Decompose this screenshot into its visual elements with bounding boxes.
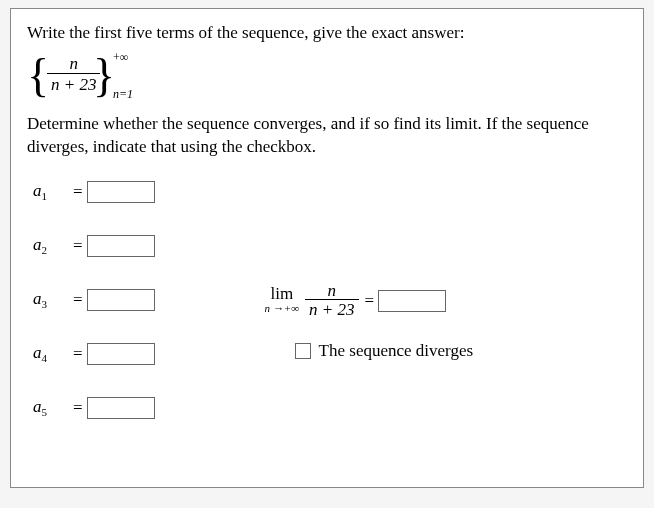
term-label-a4: a4 [33,343,71,364]
diverge-checkbox[interactable] [295,343,311,359]
limit-operator: lim n →+∞ [265,287,300,315]
equals-sign: = [73,290,83,310]
terms-column: a1 = a2 = a3 = a4 = a5 = [33,179,155,421]
term-label-a3: a3 [33,289,71,310]
equals-sign: = [365,291,375,311]
a2-input[interactable] [87,235,155,257]
a1-input[interactable] [87,181,155,203]
limit-row: lim n →+∞ n n + 23 = [265,283,474,319]
brace-right: } [93,53,115,99]
a4-input[interactable] [87,343,155,365]
term-label-a2: a2 [33,235,71,256]
diverge-row: The sequence diverges [295,341,474,361]
limit-input[interactable] [378,290,446,312]
lim-subscript: n →+∞ [265,301,300,315]
problem-container: Write the first five terms of the sequen… [10,8,644,488]
limit-fraction: n n + 23 [305,283,358,319]
equals-sign: = [73,182,83,202]
term-row: a3 = [33,287,155,313]
term-label-a5: a5 [33,397,71,418]
equals-sign: = [73,236,83,256]
sequence-definition: { n n + 23 } +∞ n=1 [27,49,627,105]
diverge-label: The sequence diverges [319,341,474,361]
term-row: a4 = [33,341,155,367]
prompt-text: Write the first five terms of the sequen… [27,23,627,43]
term-row: a5 = [33,395,155,421]
term-row: a2 = [33,233,155,259]
equals-sign: = [73,344,83,364]
sequence-upper-bound: +∞ [113,50,128,65]
limit-frac-den: n + 23 [305,299,358,319]
term-row: a1 = [33,179,155,205]
term-label-a1: a1 [33,181,71,202]
a5-input[interactable] [87,397,155,419]
limit-column: lim n →+∞ n n + 23 = The sequence diverg… [265,283,474,361]
a3-input[interactable] [87,289,155,311]
brace-left: { [27,53,49,99]
sequence-lower-bound: n=1 [113,87,133,102]
equals-sign: = [73,398,83,418]
lim-text: lim [271,287,294,301]
answer-area: a1 = a2 = a3 = a4 = a5 = [27,179,627,421]
instructions-text: Determine whether the sequence converges… [27,113,627,159]
limit-frac-num: n [305,283,358,299]
